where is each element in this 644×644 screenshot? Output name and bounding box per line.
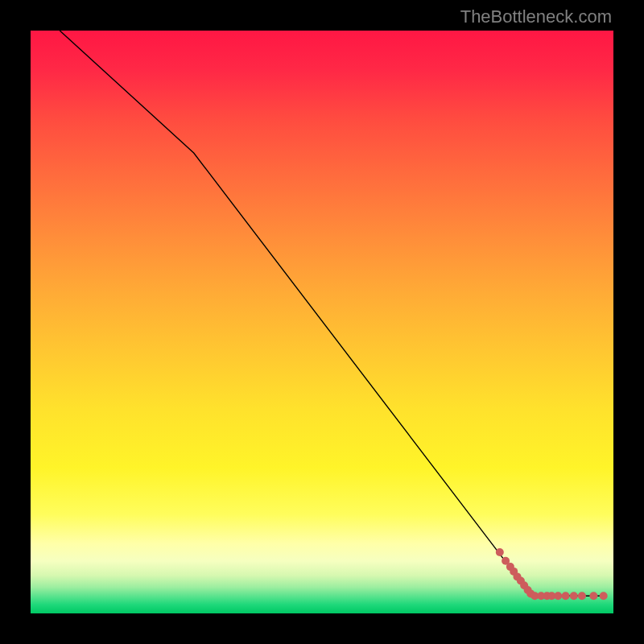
data-point bbox=[554, 592, 562, 600]
gradient-background bbox=[31, 31, 613, 613]
data-point bbox=[496, 548, 504, 556]
chart-frame: TheBottleneck.com bbox=[0, 0, 644, 644]
data-point bbox=[570, 592, 578, 600]
data-point bbox=[578, 592, 586, 600]
data-point bbox=[600, 592, 608, 600]
chart-svg bbox=[31, 31, 613, 613]
watermark: TheBottleneck.com bbox=[460, 6, 612, 27]
data-point bbox=[589, 592, 597, 600]
plot-area bbox=[31, 31, 613, 613]
data-point bbox=[562, 592, 570, 600]
